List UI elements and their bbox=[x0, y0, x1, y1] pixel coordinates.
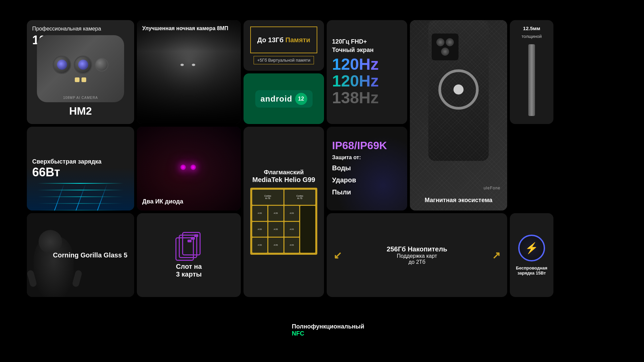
android-card: android 12 bbox=[244, 73, 324, 124]
hz-120-line2: 120Hz bbox=[332, 73, 402, 89]
lens-secondary bbox=[74, 56, 92, 74]
lightning-icon: ⚡ bbox=[525, 242, 538, 254]
thickness-value: 12.5мм bbox=[523, 25, 540, 31]
arrow-bottomright: ↗ bbox=[492, 249, 500, 261]
hz-stack: 120Hz 120Hz 138Hz bbox=[332, 56, 402, 106]
charge-value: 66Вт bbox=[32, 165, 60, 179]
ir-dots bbox=[180, 165, 196, 170]
storage-support: Поддержка карт bbox=[387, 253, 447, 259]
sim-card-3 bbox=[175, 237, 194, 261]
memory-frame: До 13Гб Памяти bbox=[250, 26, 317, 53]
nfc-highlight: NFC bbox=[292, 330, 304, 337]
phone-back bbox=[428, 20, 489, 161]
slot-title: Слот на bbox=[176, 263, 202, 270]
chip-visual: CortexA-76 CortexA-76 A:55 A:55 A:55 A:5… bbox=[250, 188, 317, 255]
slot-card: Слот на 3 карты bbox=[137, 213, 241, 297]
brand-text: uleFone bbox=[484, 186, 500, 190]
wireless-title: Беспроводная зарядка 15Вт bbox=[515, 265, 548, 276]
storage-capacity: 256Гб Накопитель bbox=[387, 245, 447, 253]
ir-bg: Два ИК диода bbox=[137, 127, 241, 210]
camera-subtitle: Профессиональная камера bbox=[32, 25, 101, 33]
mediatek-subtitle: MediaTek Helio G99 bbox=[252, 176, 315, 184]
magsafe-ring bbox=[438, 69, 479, 110]
hz-120-line1: 120Hz bbox=[332, 56, 402, 72]
camera-card: Профессиональная камера 108МП 108MP AI C… bbox=[27, 20, 134, 124]
android-label: android bbox=[261, 94, 292, 104]
ir-dot-left bbox=[180, 165, 186, 170]
memory-highlight: Памяти bbox=[285, 36, 310, 44]
ip-item-water: Воды bbox=[332, 162, 402, 174]
camera-label: 108MP AI CAMERA bbox=[63, 96, 98, 100]
ip-rating: IP68/IP69K bbox=[332, 139, 402, 152]
ip-list: Воды Ударов Пыли bbox=[332, 162, 402, 198]
ip-card: IP68/IP69K Защита от: Воды Ударов Пыли bbox=[327, 127, 407, 210]
lens-main bbox=[53, 56, 71, 74]
phone-side-image bbox=[528, 44, 535, 116]
magnetic-bg: uleFone Магнитная экосистема bbox=[410, 20, 507, 210]
lens-tertiary bbox=[95, 58, 108, 71]
gorilla-card: Corning Gorilla Glass 5 bbox=[27, 213, 134, 297]
wireless-circle: ⚡ bbox=[518, 235, 545, 261]
memory-android-stack: До 13Гб Памяти +5Гб Виртуальной памяти a… bbox=[244, 20, 324, 124]
android-version: 12 bbox=[295, 93, 307, 105]
ir-dot-right bbox=[191, 165, 196, 170]
flash-left bbox=[75, 77, 79, 82]
memory-virtual: +5Гб Виртуальной памяти bbox=[254, 56, 314, 64]
camera-model: НМ2 bbox=[69, 105, 92, 117]
ip-item-dust: Пыли bbox=[332, 186, 402, 198]
gorilla-title: Corning Gorilla Glass 5 bbox=[53, 251, 127, 259]
thickness-label: толщиной bbox=[522, 34, 542, 39]
storage-max: до 2Тб bbox=[387, 259, 447, 265]
charge-title: Сверхбыстрая зарядка bbox=[32, 158, 102, 165]
mediatek-card: Флагманский MediaTek Helio G99 CortexA-7… bbox=[244, 127, 324, 297]
ip-protection-title: Защита от: bbox=[332, 155, 402, 161]
ir-card: Два ИК диода bbox=[137, 127, 241, 210]
night-camera-card: Улучшенная ночная камера 8МП bbox=[137, 20, 241, 124]
mediatek-title: Флагманский bbox=[252, 169, 315, 176]
slot-subtitle: 3 карты bbox=[176, 270, 202, 278]
nfc-label-area: Полнофункциональный NFC bbox=[292, 320, 369, 340]
flash-right bbox=[82, 77, 86, 82]
magnetic-title: Магнитная экосистема bbox=[425, 197, 492, 204]
night-camera-title: Улучшенная ночная камера 8МП bbox=[142, 25, 228, 32]
arrow-topleft: ↙ bbox=[333, 249, 342, 261]
hz-138-line: 138Hz bbox=[332, 90, 402, 106]
ir-title: Два ИК диода bbox=[142, 198, 183, 205]
memory-card: До 13Гб Памяти +5Гб Виртуальной памяти bbox=[244, 20, 324, 71]
thickness-card: 12.5мм толщиной bbox=[510, 20, 553, 124]
display-subtitle: Точный экран bbox=[332, 47, 374, 54]
android-badge: android 12 bbox=[255, 90, 313, 108]
magnetic-card: uleFone Магнитная экосистема bbox=[410, 20, 507, 210]
storage-card: ↙ 256Гб Накопитель Поддержка карт до 2Тб… bbox=[327, 213, 507, 297]
camera-image: 108MP AI CAMERA bbox=[37, 35, 124, 102]
display-title: 120Гц FHD+ bbox=[332, 38, 367, 45]
gorilla-bg: Corning Gorilla Glass 5 bbox=[27, 213, 134, 297]
night-overlay: Улучшенная ночная камера 8МП bbox=[137, 20, 241, 124]
fast-charge-card: Сверхбыстрая зарядка 66Вт bbox=[27, 127, 134, 210]
nfc-prefix: Полнофункциональный bbox=[292, 323, 364, 330]
sim-icons bbox=[175, 232, 202, 259]
display-card: 120Гц FHD+ Точный экран 120Hz 120Hz 138H… bbox=[327, 20, 407, 124]
wireless-card: ⚡ Беспроводная зарядка 15Вт bbox=[510, 213, 553, 297]
ip-item-shock: Ударов bbox=[332, 174, 402, 186]
memory-title: До 13Гб bbox=[257, 36, 283, 44]
